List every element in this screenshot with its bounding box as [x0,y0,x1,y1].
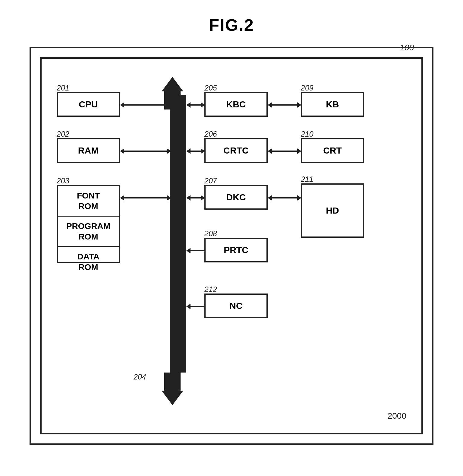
rom-block: FONTROM PROGRAMROM DATAROM [57,185,120,263]
ref-209: 209 [301,84,313,92]
bus-dkc-arrow [186,195,205,201]
ref-207: 207 [204,176,217,185]
bus-crtc-arrow [186,148,205,154]
bus-nc-arrow [186,304,205,309]
bus-kbc-arrow [186,102,205,108]
ref-208: 208 [204,229,217,238]
kb-block: KB [301,92,364,117]
inner-box: 2000 201 CPU 202 RAM 203 FONTROM PROGRAM… [40,57,423,434]
ref-210: 210 [301,130,313,138]
data-rom-label: DATAROM [58,247,119,277]
crtc-block: CRTC [204,138,268,163]
diagram: 201 CPU 202 RAM 203 FONTROM PROGRAMROM D… [54,68,415,424]
rom-bus-arrow [120,195,171,201]
bus-body [170,95,186,373]
crt-block: CRT [301,138,364,163]
ref-205: 205 [204,84,217,92]
program-rom-label: PROGRAMROM [58,217,119,247]
font-rom-label: FONTROM [58,186,119,217]
hd-block: HD [301,183,364,238]
kbc-block: KBC [204,92,268,117]
nc-block: NC [204,294,268,318]
ref-204: 204 [134,373,146,381]
kbc-kb-arrow [268,102,301,108]
cpu-bus-arrow [120,102,171,108]
bus-arrow-down [162,373,183,405]
ref-211: 211 [301,175,313,184]
ram-bus-arrow [120,148,171,154]
dkc-block: DKC [204,185,268,210]
dkc-hd-arrow [268,195,301,201]
page-title: FIG.2 [209,15,254,35]
crtc-crt-arrow [268,148,301,154]
ref-202: 202 [57,130,69,138]
outer-box: 100 2000 201 CPU 202 RAM 203 FONTROM PRO… [30,47,433,445]
cpu-block: CPU [57,92,120,117]
ref-206: 206 [204,130,217,138]
ref-201: 201 [57,84,69,92]
ram-block: RAM [57,138,120,163]
prtc-block: PRTC [204,238,268,262]
ref-203: 203 [57,176,69,185]
ref-212: 212 [204,285,217,294]
bus-prtc-arrow [186,248,205,253]
ref-100: 100 [400,43,414,52]
